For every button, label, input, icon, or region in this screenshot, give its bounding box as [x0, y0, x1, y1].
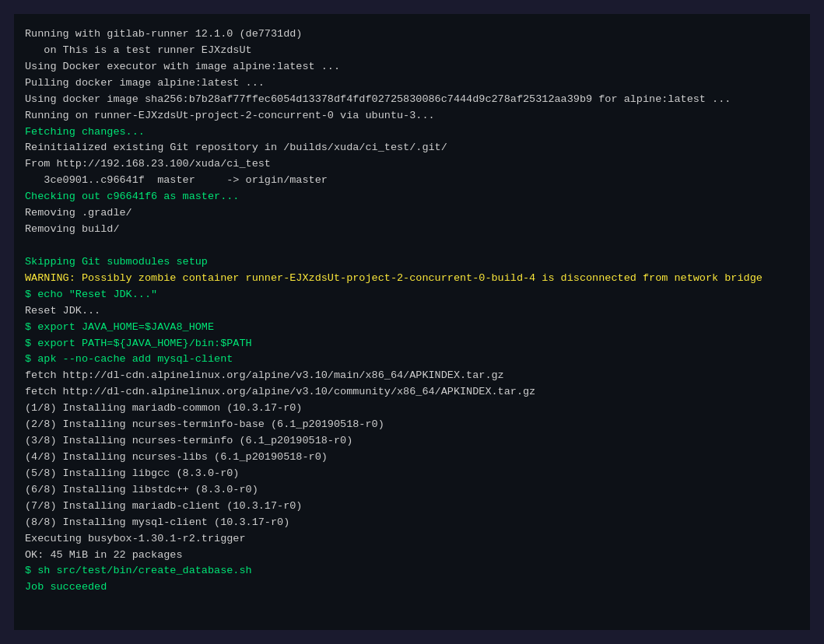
terminal-line: (8/8) Installing mysql-client (10.3.17-r…: [25, 515, 799, 531]
terminal-line: Fetching changes...: [25, 124, 799, 141]
terminal-line: (7/8) Installing mariadb-client (10.3.17…: [25, 499, 799, 515]
terminal-line: Reset JDK...: [25, 303, 799, 320]
terminal-line: Using Docker executor with image alpine:…: [25, 59, 799, 75]
terminal-line: Removing build/: [25, 222, 799, 238]
terminal-line: Reinitialized existing Git repository in…: [25, 140, 799, 156]
terminal-line: (5/8) Installing libgcc (8.3.0-r0): [25, 466, 799, 482]
terminal-line: fetch http://dl-cdn.alpinelinux.org/alpi…: [25, 368, 799, 384]
terminal-line: Running on runner-EJXzdsUt-project-2-con…: [25, 108, 799, 124]
terminal-line: WARNING: Possibly zombie container runne…: [25, 271, 799, 287]
terminal-line: (6/8) Installing libstdc++ (8.3.0-r0): [25, 482, 799, 499]
terminal-line: Removing .gradle/: [25, 205, 799, 222]
terminal-line: on This is a test runner EJXzdsUt: [25, 43, 799, 59]
terminal-line: $ export JAVA_HOME=$JAVA8_HOME: [25, 320, 799, 336]
terminal-line: Pulling docker image alpine:latest ...: [25, 75, 799, 92]
terminal-line: 3ce0901..c96641f master -> origin/master: [25, 173, 799, 189]
terminal-line: Job succeeded: [25, 579, 799, 596]
terminal-line: Running with gitlab-runner 12.1.0 (de773…: [25, 26, 799, 43]
terminal-line: (4/8) Installing ncurses-libs (6.1_p2019…: [25, 450, 799, 466]
terminal-line: fetch http://dl-cdn.alpinelinux.org/alpi…: [25, 384, 799, 401]
terminal-line: From http://192.168.23.100/xuda/ci_test: [25, 156, 799, 173]
terminal-line: [25, 238, 799, 254]
terminal-output: Running with gitlab-runner 12.1.0 (de773…: [14, 14, 810, 630]
terminal-line: (1/8) Installing mariadb-common (10.3.17…: [25, 401, 799, 417]
terminal-line: Using docker image sha256:b7b28af77ffec6…: [25, 92, 799, 108]
terminal-line: OK: 45 MiB in 22 packages: [25, 548, 799, 564]
terminal-line: (2/8) Installing ncurses-terminfo-base (…: [25, 417, 799, 433]
terminal-line: $ echo "Reset JDK...": [25, 287, 799, 303]
terminal-line: (3/8) Installing ncurses-terminfo (6.1_p…: [25, 433, 799, 450]
terminal-line: Skipping Git submodules setup: [25, 254, 799, 271]
terminal-line: $ export PATH=${JAVA_HOME}/bin:$PATH: [25, 336, 799, 352]
terminal-line: $ sh src/test/bin/create_database.sh: [25, 563, 799, 579]
terminal-line: $ apk --no-cache add mysql-client: [25, 352, 799, 368]
terminal-line: Checking out c96641f6 as master...: [25, 189, 799, 205]
terminal-line: Executing busybox-1.30.1-r2.trigger: [25, 531, 799, 548]
